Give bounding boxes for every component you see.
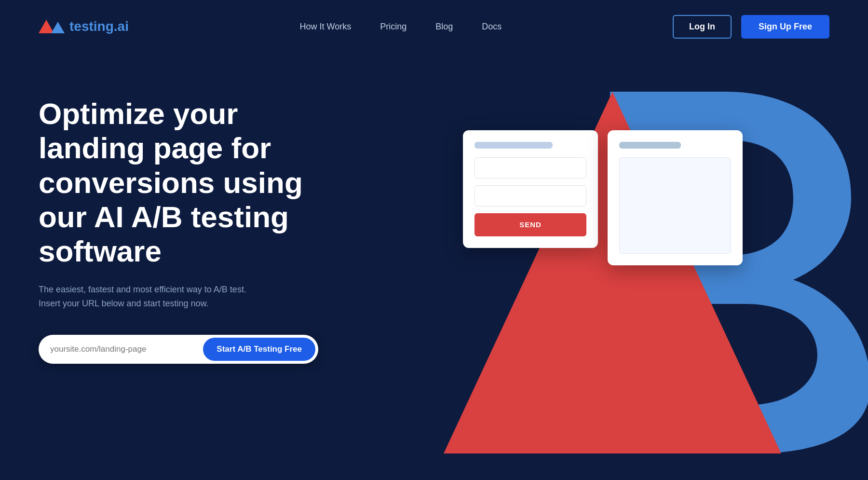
- start-testing-button[interactable]: Start A/B Testing Free: [203, 338, 315, 361]
- hero-content: Optimize your landing page for conversio…: [39, 82, 328, 364]
- card-a-send-button[interactable]: SEND: [475, 213, 586, 236]
- login-button[interactable]: Log In: [673, 15, 732, 39]
- navbar: testing.ai How It Works Pricing Blog Doc…: [0, 0, 868, 53]
- ab-logo-icon: [39, 20, 65, 33]
- nav-actions: Log In Sign Up Free: [673, 15, 829, 39]
- nav-links: How It Works Pricing Blog Docs: [300, 22, 502, 32]
- nav-link-how-it-works[interactable]: How It Works: [300, 22, 352, 32]
- card-a: SEND: [463, 130, 598, 248]
- nav-link-docs[interactable]: Docs: [482, 22, 502, 32]
- card-a-input-2[interactable]: [475, 185, 586, 206]
- card-b-body: [619, 157, 731, 254]
- hero-title: Optimize your landing page for conversio…: [39, 96, 328, 268]
- logo-triangle-blue: [51, 22, 65, 33]
- card-a-header-bar: [475, 142, 553, 149]
- card-a-input-1[interactable]: [475, 157, 586, 178]
- hero-section: Optimize your landing page for conversio…: [0, 53, 868, 480]
- card-b-header-bar: [619, 142, 681, 149]
- nav-link-pricing[interactable]: Pricing: [380, 22, 407, 32]
- logo[interactable]: testing.ai: [39, 19, 129, 34]
- url-input[interactable]: [50, 340, 203, 359]
- card-b: [608, 130, 743, 265]
- hero-subtitle: The easiest, fastest and most efficient …: [39, 283, 270, 311]
- nav-link-blog[interactable]: Blog: [435, 22, 453, 32]
- logo-text: testing.ai: [69, 19, 129, 34]
- signup-button[interactable]: Sign Up Free: [741, 15, 829, 39]
- hero-cta-container: Start A/B Testing Free: [39, 335, 318, 364]
- hero-illustration: SEND: [386, 53, 868, 480]
